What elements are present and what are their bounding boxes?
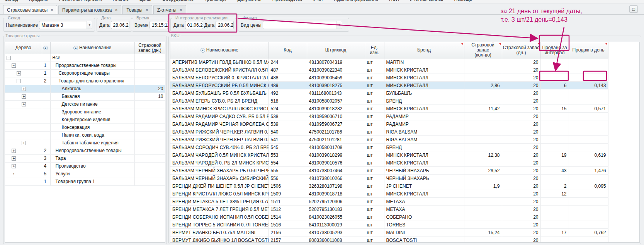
sku-row[interactable]: БРЕНДИ МЕТАКСА 5 ЛЕТ 38% ГРЕЦИЯ 0.7Л МЕТ… [170, 198, 608, 206]
sku-row[interactable]: БАЛЬЗАМ РИЖСКИЙ ЧЕРН.КЕР. ЛАТВИЯ 0.5Л RI… [170, 136, 608, 144]
expand-icon[interactable]: + [22, 141, 26, 145]
group-row[interactable]: ●5Услуги [5, 170, 165, 178]
sku-row[interactable]: БРЕНДИ СОБЕРАНО ИСПАНИЯ 0.5Л СОБЕРАНО151… [170, 213, 608, 221]
column-header[interactable]: Бренд [384, 42, 464, 58]
sku-row[interactable]: БАЛЬЗАМ РАДАМИР ЧЕРНАЯ КОРОЛЕВА СУВ 0.5Л… [170, 120, 608, 128]
cell-group-name: Кондитерские изделия [50, 116, 134, 123]
group-row[interactable]: +Алкоголь20 [5, 85, 165, 93]
tab-list-button[interactable]: ▤ [629, 5, 638, 13]
sku-row[interactable]: ВЕРМУТ ДЖИБО БЬЯНКО 1Л BOSCA TOSTI215780… [170, 236, 608, 243]
warehouse-name-input[interactable]: Магазин 3 ▼ [39, 21, 92, 29]
sku-row[interactable]: БАЛЬЗАМ ЧАРОДЕЙ 0.5Л МИНСК КРИСТАЛЛ55348… [170, 151, 608, 159]
group-row[interactable]: +3Тара [5, 154, 165, 162]
expand-icon[interactable]: + [22, 94, 26, 99]
group-row[interactable]: −Все [5, 54, 165, 62]
menu-item[interactable]: Анализ [113, 0, 129, 3]
expand-icon[interactable]: + [17, 71, 21, 75]
sku-row[interactable]: БАЛЬЗАМ РАДАМИР САДКО СУВ. РБ 0.5Л РАДАМ… [170, 113, 608, 120]
sku-row[interactable]: БРЕНДИ МЕТАКСА 7 ЛЕТ ГРЕЦИЯ 0.5Л МЕТАХА1… [170, 206, 608, 213]
collapse-icon[interactable]: − [12, 63, 16, 68]
menu-item[interactable]: Администрирование [334, 0, 378, 3]
tab-close-icon[interactable]: × [146, 7, 148, 13]
sku-row[interactable]: БАЛЬЗАМ ЧАРОДЕЙ 0. РБ 2Л МИНСК КРИСТАЛЛ5… [170, 159, 608, 167]
group-row[interactable]: −1Продовольственные товары [5, 62, 165, 69]
group-row[interactable]: +2Непродовольственные товары [5, 147, 165, 154]
cell-group-name: Детское питание [50, 100, 134, 108]
group-row[interactable]: Здоровое питание [5, 108, 165, 116]
group-row[interactable]: Напитки, соки, вода [5, 131, 165, 139]
menu-item[interactable]: Документы [238, 0, 262, 3]
menu-item[interactable]: Розничная торговля [59, 0, 102, 3]
collapse-icon[interactable]: − [17, 79, 21, 83]
column-header[interactable]: ▴Наименование [170, 42, 268, 58]
column-header[interactable]: Страховой запас (кол-во) [464, 42, 502, 58]
interval-from-input[interactable]: 01.06.21 [185, 21, 203, 29]
group-row[interactable]: +4Производство [5, 162, 165, 170]
interval-to-input[interactable]: 28.06.21 [216, 21, 234, 29]
time-input[interactable]: 15:15:11 [150, 21, 168, 29]
sku-row[interactable]: БАЛЬЗАМ МИНСК КРИСТАЛЛ ЛЮКС КРИСТАЛ 0.5Л… [170, 105, 608, 113]
menu-item[interactable]: НСИ [389, 0, 399, 3]
column-header[interactable]: ▴ [42, 42, 50, 54]
column-header[interactable]: ▴Наименование [50, 42, 134, 54]
menu-item[interactable]: Учетная запись [410, 0, 443, 3]
menu-item[interactable]: Продажи [29, 0, 48, 3]
menu-item[interactable]: Транспорт [204, 0, 227, 3]
menu-item[interactable]: Помощь [454, 0, 472, 3]
group-row[interactable]: +Детское питание [5, 100, 165, 108]
expand-icon[interactable]: + [22, 102, 26, 106]
sku-row[interactable]: БРЕНДИ ДЖЕЙ ПИ ШЕНЕТ 0.5Л JP CHENET15063… [170, 182, 608, 190]
price-type-input[interactable]: ▼ [263, 21, 342, 29]
tab-close-icon[interactable]: × [51, 7, 53, 13]
expand-icon[interactable]: + [12, 156, 16, 161]
sku-row[interactable]: БАЛЬЗАМ ЕГЕРЬ СУВ.0. РБ 2Л БРЕНД51848100… [170, 97, 608, 105]
menu-item[interactable]: Склад [5, 0, 18, 3]
column-header[interactable]: Продано за интервал [540, 42, 569, 58]
column-header[interactable]: Штрихкод [307, 42, 365, 58]
sku-row[interactable]: БАЛЬЗАМ ЧЕРНЫЙ ЗНАХАРЬ РБ 0.5Л ЧЕРНЫЙ ЗН… [170, 167, 608, 175]
sku-row[interactable]: АПЕРИТИВ МАРТИН ГОЛД БЬЯНКО 0.5Л MARTIN2… [170, 58, 608, 66]
tab-close-icon[interactable]: × [115, 7, 117, 13]
sku-row[interactable]: БАЛЬЗАМ БЕЛОРУССКИЙ 0. КРИСТАЛЛ 2Л МИНСК… [170, 74, 608, 82]
menu-item[interactable]: Цены [139, 0, 151, 3]
group-row[interactable]: −2Товары длительного хранения [5, 77, 165, 85]
group-row[interactable]: +Бакалея10 [5, 93, 165, 100]
column-header[interactable]: Дерево [5, 42, 42, 54]
date-input[interactable]: 28.06.21 [111, 21, 129, 29]
menu-item[interactable]: Учет [313, 0, 323, 3]
tab-item[interactable]: Параметры автозаказа× [58, 5, 121, 14]
sku-row[interactable]: БАЛЬЗАМ СОРОДИЧ СУВ.40% 0. РБ 2Л БРЕНД54… [170, 144, 608, 151]
group-row[interactable]: 1Товарная группа 1 [5, 178, 165, 185]
sku-row[interactable]: БАЛЬЗАМ РИЖСКИЙ ЧЕРН.КЕР. ЛАТВИЯ 0.35Л R… [170, 128, 608, 136]
dropdown-arrow-icon[interactable]: ▼ [87, 21, 92, 29]
tab-item[interactable]: Z-отчеты× [153, 5, 186, 14]
dropdown-arrow-icon[interactable]: ▼ [336, 21, 342, 29]
tab-close-icon[interactable]: × [180, 7, 182, 13]
sku-row[interactable]: ВЕРМУТ БИАНКО БЕЛ 0.75Л MALDINI215648107… [170, 229, 608, 236]
menu-item[interactable]: Производство [272, 0, 302, 3]
sku-row[interactable]: БАЛЬЗАМ ЧЕРНЫЙ ЗНАХАРЬ СИБИРСКИЙ 0.5Л ЧЕ… [170, 175, 608, 182]
tab-active[interactable]: Страховые запасы× [3, 5, 57, 14]
column-header[interactable]: Страховой запас (дн.) [502, 42, 540, 58]
group-row[interactable]: Кондитерские изделия [5, 116, 165, 123]
sku-row[interactable]: БРЕНДИ КРИСТАЛЛ ЛЮКС 0.5Л МИНСК КРИСТАЛЛ… [170, 190, 608, 198]
tab-item[interactable]: Товары× [122, 5, 152, 14]
group-row[interactable]: Консервация [5, 123, 165, 131]
group-row[interactable]: +Табак и табачные изделия [5, 139, 165, 147]
menu-item[interactable]: Оборудование [162, 0, 194, 3]
expand-icon[interactable]: + [12, 149, 16, 153]
collapse-icon[interactable]: − [7, 56, 11, 60]
cell-safety_stock_days: 20 [502, 167, 540, 175]
expand-icon[interactable]: + [22, 87, 26, 91]
column-header[interactable]: Ед. изм. [365, 42, 384, 58]
expand-icon[interactable]: + [12, 164, 16, 168]
column-header[interactable]: Продаж в день [569, 42, 608, 58]
cell-name: БРЕНДИ МЕТАКСА 7 ЛЕТ ГРЕЦИЯ 0.5Л МЕТАХА [170, 206, 268, 213]
sku-row[interactable]: БАЛЬЗАМ БУЛЬБАШЪ РБ 0.5Л БУЛЬБАШЪ4924811… [170, 89, 608, 97]
sku-row[interactable]: БРЕНДИ ТОРРЕС 5 ИСПАНИЯ 0.7Л TORRES15168… [170, 221, 608, 229]
column-header[interactable]: Страховой запас (дн.) [134, 42, 165, 54]
group-row[interactable]: +1Скоропортящие товары [5, 69, 165, 77]
sku-row[interactable]: БАЛЬЗАМ БЕЛОРУССКИЙ РБ 0.5Л МИНСК КРИСТА… [170, 82, 608, 89]
sku-row[interactable]: БАЛЬЗАМ БЕЛОВЕЖСКИЙ КРИСТАЛЛ 0.5Л МИНСК … [170, 66, 608, 74]
column-header[interactable]: Код [268, 42, 307, 58]
